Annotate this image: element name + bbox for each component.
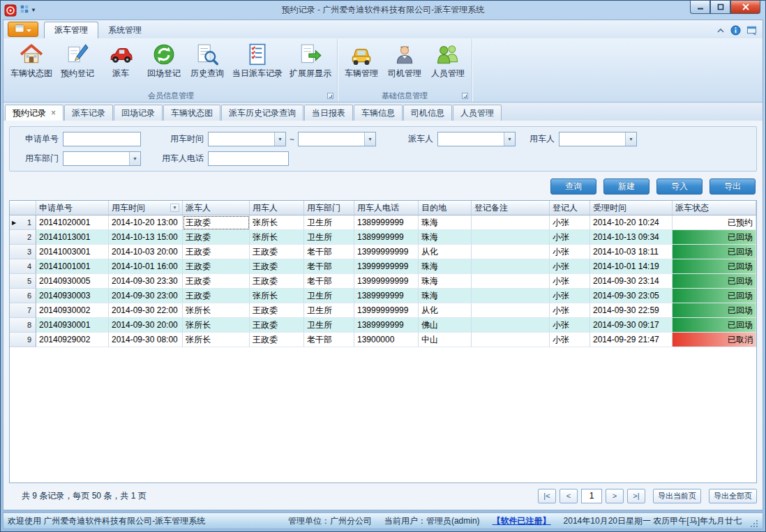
- ribbon-tab-dispatch[interactable]: 派车管理: [44, 22, 98, 38]
- cell-status[interactable]: 已回场: [673, 318, 756, 333]
- cell-remark[interactable]: [472, 245, 550, 259]
- cell-dept[interactable]: 卫生所: [304, 318, 354, 333]
- row-header-cell[interactable]: 5: [10, 274, 36, 289]
- cell-status[interactable]: 已回场: [673, 274, 756, 289]
- use-time-to-combo[interactable]: ▼: [298, 132, 376, 146]
- today-dispatch-records-button[interactable]: 当日派车记录: [229, 39, 286, 90]
- filter-dropdown-icon[interactable]: ▼: [170, 204, 179, 212]
- cell-apply_no[interactable]: 20141013001: [36, 230, 109, 245]
- group-dialog-launcher-icon[interactable]: [462, 93, 468, 99]
- column-header-phone[interactable]: 用车人电话: [354, 201, 419, 215]
- cell-dept[interactable]: 卫生所: [304, 289, 354, 303]
- cell-phone[interactable]: 13999999999: [354, 303, 419, 318]
- cell-user[interactable]: 王政委: [250, 259, 304, 274]
- chevron-down-icon[interactable]: ▼: [504, 132, 515, 146]
- reservation-register-button[interactable]: 预约登记: [56, 39, 99, 90]
- cell-registrar[interactable]: 小张: [550, 230, 590, 245]
- column-header-status[interactable]: 派车状态: [673, 201, 756, 215]
- cell-dispatcher[interactable]: 王政委: [183, 215, 250, 230]
- column-header-dispatcher[interactable]: 派车人: [183, 201, 250, 215]
- chevron-down-icon[interactable]: ▼: [129, 152, 140, 165]
- cell-phone[interactable]: 1389999999: [354, 215, 419, 230]
- doc-tab-1[interactable]: 派车记录: [64, 105, 113, 121]
- cell-dispatcher[interactable]: 王政委: [183, 259, 250, 274]
- cell-dispatcher[interactable]: 王政委: [183, 245, 250, 259]
- cell-phone[interactable]: 13999999999: [354, 245, 419, 259]
- cell-phone[interactable]: 1389999999: [354, 318, 419, 333]
- cell-remark[interactable]: [472, 215, 550, 230]
- cell-accept_time[interactable]: 2014-09-30 23:05: [590, 289, 673, 303]
- cell-remark[interactable]: [472, 274, 550, 289]
- cell-phone[interactable]: 13999999999: [354, 274, 419, 289]
- cell-accept_time[interactable]: 2014-09-30 23:14: [590, 274, 673, 289]
- row-header-cell[interactable]: 9: [10, 333, 36, 347]
- history-search-button[interactable]: 历史查询: [186, 39, 229, 90]
- collapse-ribbon-icon[interactable]: [716, 28, 725, 33]
- doc-tab-8[interactable]: 人员管理: [453, 105, 502, 121]
- cell-status[interactable]: 已预约: [673, 215, 756, 230]
- doc-tab-7[interactable]: 司机信息: [403, 105, 452, 121]
- cell-status[interactable]: 已回场: [673, 303, 756, 318]
- cell-dept[interactable]: 卫生所: [304, 230, 354, 245]
- chevron-down-icon[interactable]: ▼: [364, 132, 375, 146]
- cell-apply_no[interactable]: 20141003001: [36, 245, 109, 259]
- titlebar[interactable]: ▼ 预约记录 - 广州爱奇迪软件科技有限公司-派车管理系统: [3, 1, 763, 20]
- column-header-dest[interactable]: 目的地: [419, 201, 472, 215]
- doc-tab-3[interactable]: 车辆状态图: [163, 105, 220, 121]
- cell-dept[interactable]: 卫生所: [304, 303, 354, 318]
- cell-registrar[interactable]: 小张: [550, 303, 590, 318]
- maximize-button[interactable]: [710, 1, 730, 14]
- cell-accept_time[interactable]: 2014-10-03 18:11: [590, 245, 673, 259]
- cell-use_time[interactable]: 2014-09-30 22:00: [109, 303, 183, 318]
- cell-registrar[interactable]: 小张: [550, 289, 590, 303]
- dept-combo[interactable]: ▼: [63, 151, 141, 166]
- cell-accept_time[interactable]: 2014-09-29 21:47: [590, 333, 673, 347]
- table-row[interactable]: 7201409300022014-09-30 22:00张所长王政委卫生所139…: [10, 303, 756, 318]
- cell-remark[interactable]: [472, 230, 550, 245]
- cell-status[interactable]: 已回场: [673, 230, 756, 245]
- table-row[interactable]: 4201410010012014-10-01 16:00王政委王政委老干部139…: [10, 259, 756, 274]
- info-icon[interactable]: [730, 25, 741, 36]
- column-header-apply_no[interactable]: 申请单号: [36, 201, 109, 215]
- cell-phone[interactable]: 1389999999: [354, 289, 419, 303]
- app-menu-button[interactable]: [8, 22, 38, 37]
- row-header-cell[interactable]: 2: [10, 230, 36, 245]
- doc-tab-2[interactable]: 回场记录: [114, 105, 163, 121]
- cell-remark[interactable]: [472, 259, 550, 274]
- cell-registrar[interactable]: 小张: [550, 215, 590, 230]
- tab-close-icon[interactable]: ×: [51, 109, 56, 116]
- row-header-cell[interactable]: ▶1: [10, 215, 36, 230]
- cell-user[interactable]: 张所长: [250, 289, 304, 303]
- use-time-from-combo[interactable]: ▼: [208, 132, 286, 146]
- export-current-page-button[interactable]: 导出当前页: [653, 489, 701, 503]
- cell-phone[interactable]: 13900000: [354, 333, 419, 347]
- table-row[interactable]: 6201409300032014-09-30 23:00王政委张所长卫生所138…: [10, 289, 756, 303]
- cell-dept[interactable]: 老干部: [304, 274, 354, 289]
- display-style-icon[interactable]: [746, 25, 757, 36]
- table-row[interactable]: 2201410130012014-10-13 15:00王政委张所长卫生所138…: [10, 230, 756, 245]
- cell-registrar[interactable]: 小张: [550, 333, 590, 347]
- registered-link[interactable]: 【软件已注册】: [493, 515, 551, 527]
- column-header-registrar[interactable]: 登记人: [550, 201, 590, 215]
- doc-tab-5[interactable]: 当日报表: [304, 105, 353, 121]
- column-header-user[interactable]: 用车人: [250, 201, 304, 215]
- export-all-pages-button[interactable]: 导出全部页: [709, 489, 757, 503]
- cell-user[interactable]: 王政委: [250, 333, 304, 347]
- cell-apply_no[interactable]: 20141001001: [36, 259, 109, 274]
- row-header-cell[interactable]: 6: [10, 289, 36, 303]
- table-row[interactable]: 5201409300052014-09-30 23:30王政委王政委老干部139…: [10, 274, 756, 289]
- table-row[interactable]: 9201409290022014-09-30 08:00张所长王政委老干部139…: [10, 333, 756, 347]
- column-header-dept[interactable]: 用车部门: [304, 201, 354, 215]
- cell-use_time[interactable]: 2014-10-13 15:00: [109, 230, 183, 245]
- cell-remark[interactable]: [472, 303, 550, 318]
- cell-dest[interactable]: 从化: [419, 245, 472, 259]
- cell-accept_time[interactable]: 2014-10-01 14:19: [590, 259, 673, 274]
- cell-user[interactable]: 张所长: [250, 215, 304, 230]
- first-page-button[interactable]: |<: [538, 489, 556, 503]
- export-button[interactable]: 导出: [709, 178, 756, 195]
- cell-use_time[interactable]: 2014-09-30 20:00: [109, 318, 183, 333]
- doc-tab-6[interactable]: 车辆信息: [354, 105, 403, 121]
- cell-user[interactable]: 王政委: [250, 303, 304, 318]
- cell-dest[interactable]: 珠海: [419, 259, 472, 274]
- new-button[interactable]: 新建: [603, 178, 649, 195]
